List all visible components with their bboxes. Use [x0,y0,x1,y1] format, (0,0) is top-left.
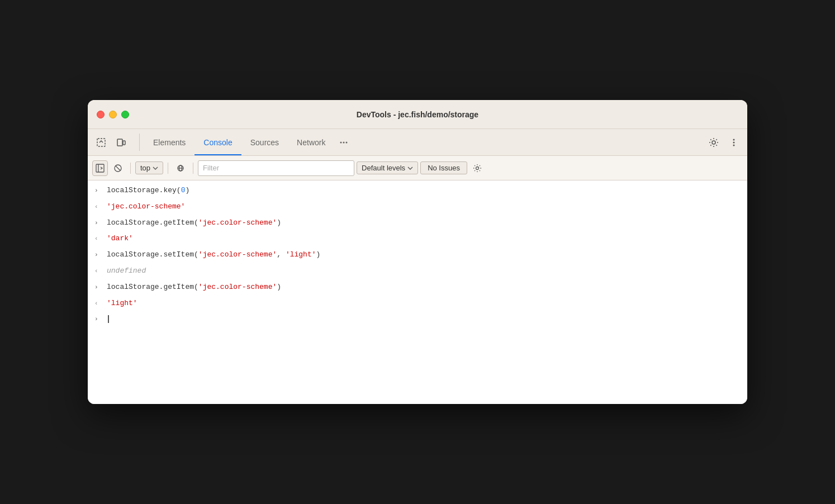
console-toolbar: top Default levels No Issues [88,156,747,180]
svg-point-5 [346,141,348,143]
inspect-element-icon[interactable] [92,134,110,151]
maximize-button[interactable] [121,111,129,118]
console-settings-icon[interactable] [469,160,485,176]
output-arrow: ‹ [94,267,103,277]
output-arrow: ‹ [94,234,103,244]
tab-sources[interactable]: Sources [241,129,288,155]
input-arrow: › [94,186,103,196]
output-arrow: ‹ [94,299,103,309]
toolbar-sep-3 [193,163,193,174]
console-output: › localStorage.key(0) ‹ 'jec.color-schem… [88,180,747,404]
console-line: › localStorage.setItem('jec.color-scheme… [88,247,747,263]
filter-input[interactable] [198,160,354,176]
context-selector[interactable]: top [135,161,163,174]
toolbar-sep-2 [168,163,168,174]
svg-point-8 [733,141,735,143]
tabbar: Elements Console Sources Network [88,129,747,156]
toolbar-sep-1 [130,163,131,174]
svg-line-13 [116,166,120,170]
console-line: ‹ undefined [88,263,747,279]
more-tabs-button[interactable] [334,129,353,155]
svg-point-9 [733,144,735,146]
issues-button[interactable]: No Issues [420,161,467,174]
tabbar-icons [92,129,130,155]
input-arrow: › [94,316,103,322]
traffic-lights [97,111,129,118]
console-cursor [108,315,112,323]
tab-separator-1 [139,134,140,151]
tabbar-right [705,129,743,155]
svg-point-4 [343,141,345,143]
input-arrow: › [94,250,103,260]
console-line: › localStorage.getItem('jec.color-scheme… [88,279,747,296]
input-arrow: › [94,283,103,293]
sidebar-toggle-button[interactable] [92,160,108,176]
console-line: ‹ 'jec.color-scheme' [88,199,747,215]
tab-console[interactable]: Console [194,129,241,155]
close-button[interactable] [97,111,105,118]
clear-console-button[interactable] [110,160,126,176]
svg-point-17 [476,167,478,169]
svg-point-7 [733,139,735,140]
console-line: ‹ 'light' [88,296,747,312]
svg-rect-1 [117,139,122,146]
console-input-line[interactable]: › [88,311,747,327]
svg-rect-2 [123,141,125,145]
minimize-button[interactable] [109,111,117,118]
input-arrow: › [94,218,103,229]
svg-point-3 [340,141,342,143]
console-line: ‹ 'dark' [88,231,747,247]
console-line: › localStorage.key(0) [88,183,747,199]
device-mode-icon[interactable] [112,134,130,151]
svg-rect-0 [97,139,105,146]
devtools-window: DevTools - jec.fish/demo/storage Element… [88,100,747,404]
live-expressions-button[interactable] [173,160,188,176]
settings-icon[interactable] [705,134,723,151]
console-line: › localStorage.getItem('jec.color-scheme… [88,215,747,231]
window-title: DevTools - jec.fish/demo/storage [357,110,478,119]
svg-point-6 [712,141,715,144]
more-options-icon[interactable] [725,134,743,151]
tab-network[interactable]: Network [288,129,334,155]
titlebar: DevTools - jec.fish/demo/storage [88,100,747,129]
tab-elements[interactable]: Elements [144,129,194,155]
output-arrow: ‹ [94,202,103,212]
log-levels-button[interactable]: Default levels [357,161,418,174]
